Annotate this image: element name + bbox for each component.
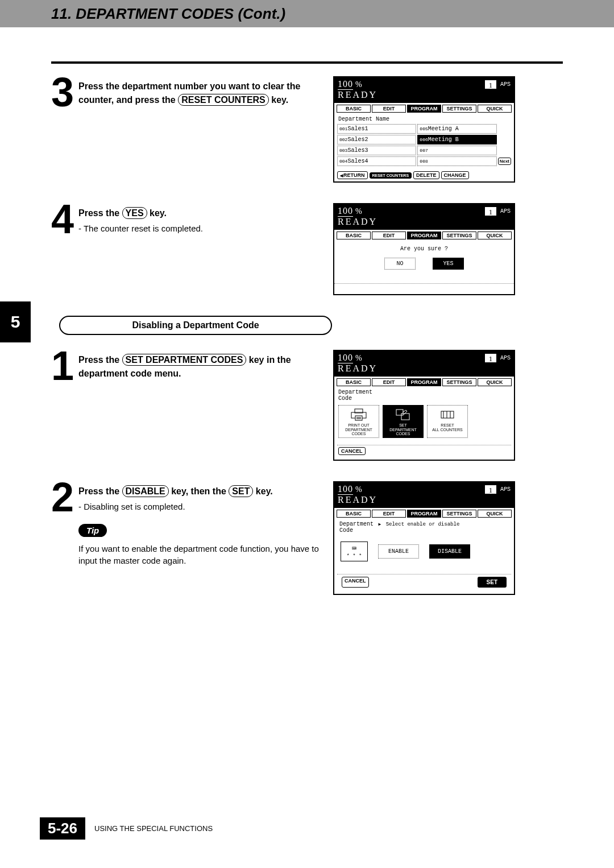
step-text: Press the DISABLE key, then the SET key.… [78,481,324,514]
yes-button[interactable]: YES [433,258,464,270]
status-ready: READY [338,217,511,227]
footer-caption: USING THE SPECIAL FUNCTIONS [94,824,213,833]
svg-rect-5 [396,410,403,415]
confirm-message: Are you sure ? [334,246,514,252]
copy-count: 1 [485,207,496,216]
dept-cell[interactable]: 005Meeting A [417,124,496,134]
text: key. [253,486,272,496]
keypad-icon: ⌨ * * * [341,542,368,561]
dept-grid: 001Sales1 005Meeting A 002Sales2 006Meet… [337,124,511,166]
zoom-value: 100 [338,353,353,363]
text: Press the [78,208,122,218]
divider [51,61,563,64]
tab-basic[interactable]: BASIC [337,232,371,239]
tab-settings[interactable]: SETTINGS [442,232,476,239]
status-ready: READY [338,495,511,505]
aps-label: APS [500,355,511,361]
label: SET DEPARTMENT CODES [384,423,422,436]
tab-quick[interactable]: QUICK [478,378,512,386]
step-4: 4 Press the YES key. - The counter reset… [51,203,563,295]
dept-cell[interactable]: 001Sales1 [337,124,416,134]
set-dept-codes-button[interactable]: SET DEPARTMENT CODES [383,405,424,438]
page-header: 11. DEPARTMENT CODES (Cont.) [0,0,614,27]
zoom-value: 100 [338,484,353,495]
percent-icon: % [355,354,362,363]
tab-basic[interactable]: BASIC [337,510,371,518]
arrow-icon: ▶ [378,522,381,527]
tab-edit[interactable]: EDIT [372,510,406,518]
dept-cell-selected[interactable]: 006Meeting B [417,135,496,144]
cancel-button[interactable]: CANCEL [342,577,369,588]
menu-heading: Department Code [339,522,374,534]
tab-program[interactable]: PROGRAM [407,105,441,113]
lcd-screenshot-dept-menu: 100 % 1 APS READY BASIC EDIT PROGRAM SET… [333,350,515,461]
status-ready: READY [338,90,511,100]
print-dept-codes-button[interactable]: PRINT OUT DEPARTMENT CODES [338,405,379,438]
page-number: 5-26 [40,817,85,840]
tab-settings[interactable]: SETTINGS [442,378,476,386]
tab-settings[interactable]: SETTINGS [442,510,476,518]
step-number: 4 [51,203,78,295]
tab-row: BASIC EDIT PROGRAM SETTINGS QUICK [334,508,514,519]
text: key. [147,208,167,218]
tab-row: BASIC EDIT PROGRAM SETTINGS QUICK [334,230,514,241]
step-number: 2 [51,481,78,595]
tab-program[interactable]: PROGRAM [407,378,441,386]
set-key: SET [229,485,253,497]
tab-basic[interactable]: BASIC [337,105,371,113]
step-number: 1 [51,350,78,461]
dept-cell[interactable]: 004Sales4 [337,156,416,166]
tab-basic[interactable]: BASIC [337,378,371,386]
svg-rect-2 [355,416,362,420]
tip-badge: Tip [78,524,107,537]
dept-cell[interactable]: 002Sales2 [337,135,416,144]
svg-rect-7 [441,411,454,418]
reset-counters-button[interactable]: RESET COUNTERS [370,172,412,179]
tab-settings[interactable]: SETTINGS [442,105,476,113]
zoom-value: 100 [338,206,353,217]
disable-button[interactable]: DISABLE [429,544,470,559]
no-button[interactable]: NO [384,258,416,270]
dept-cell[interactable]: 008 [417,156,496,166]
text: key. [269,95,288,105]
step-sub: - Disabling set is completed. [78,501,324,514]
label: PRINT OUT DEPARTMENT CODES [340,423,377,436]
step-sub: - The counter reset is completed. [78,222,203,235]
set-button[interactable]: SET [478,577,507,588]
yes-key: YES [122,207,147,219]
step-b2: 2 Press the DISABLE key, then the SET ke… [51,481,563,595]
tab-edit[interactable]: EDIT [372,232,406,239]
reset-all-counters-button[interactable]: RESET ALL COUNTERS [427,405,468,438]
tab-program[interactable]: PROGRAM [407,510,441,518]
copy-count: 1 [485,485,496,494]
tab-row: BASIC EDIT PROGRAM SETTINGS QUICK [334,377,514,388]
text: Press the [78,355,122,365]
enable-button[interactable]: ENABLE [378,544,419,559]
hint-text: Select enable or disable [386,522,460,527]
tab-quick[interactable]: QUICK [478,105,512,113]
lcd-screenshot-dept-list: 100 % 1 APS READY BASIC EDIT PROGRAM SET… [333,76,515,183]
dept-cell[interactable]: 007 [417,146,496,155]
return-button[interactable]: RETURN [337,171,368,179]
dept-cell[interactable]: 003Sales3 [337,146,416,155]
copy-count: 1 [485,80,496,89]
tab-edit[interactable]: EDIT [372,105,406,113]
tab-row: BASIC EDIT PROGRAM SETTINGS QUICK [334,103,514,114]
next-button[interactable]: Next [498,158,511,165]
label: RESET ALL COUNTERS [429,423,466,432]
delete-button[interactable]: DELETE [413,171,439,179]
tab-quick[interactable]: QUICK [478,510,512,518]
lcd-screenshot-enable-disable: 100 % 1 APS READY BASIC EDIT PROGRAM SET… [333,481,515,595]
printer-icon [340,407,377,422]
aps-label: APS [500,81,511,88]
section-heading: Disabling a Department Code [59,316,332,335]
set-dept-codes-key: SET DEPARTMENT CODES [122,354,247,366]
aps-label: APS [500,208,511,214]
tab-edit[interactable]: EDIT [372,378,406,386]
page-footer: 5-26 USING THE SPECIAL FUNCTIONS [0,817,614,840]
change-button[interactable]: CHANGE [441,171,469,179]
page-title: 11. DEPARTMENT CODES (Cont.) [51,5,285,23]
cancel-button[interactable]: CANCEL [338,447,366,455]
tab-program[interactable]: PROGRAM [407,232,441,239]
tab-quick[interactable]: QUICK [478,232,512,239]
